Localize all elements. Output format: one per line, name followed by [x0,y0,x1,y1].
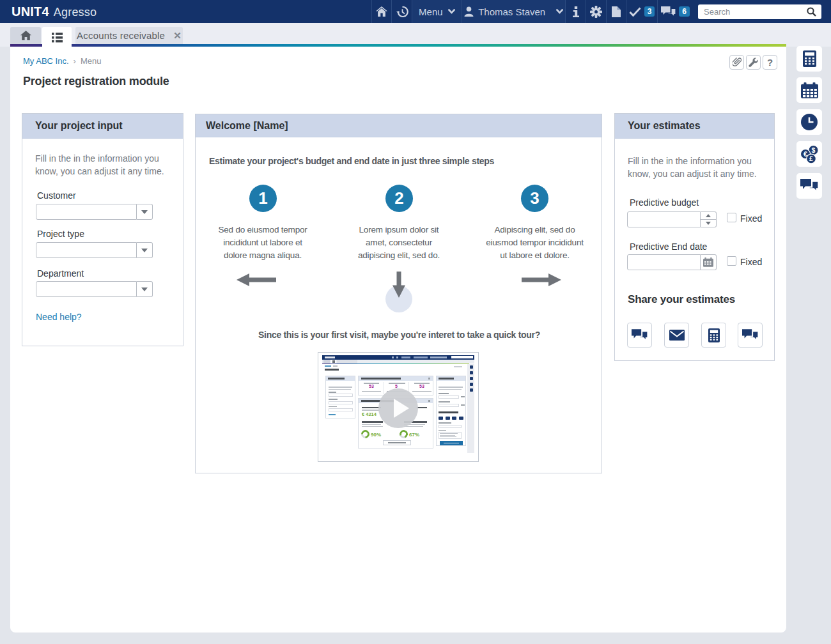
svg-text:$: $ [811,146,815,153]
svg-text:£: £ [809,155,813,162]
svg-text:€: € [804,150,807,157]
